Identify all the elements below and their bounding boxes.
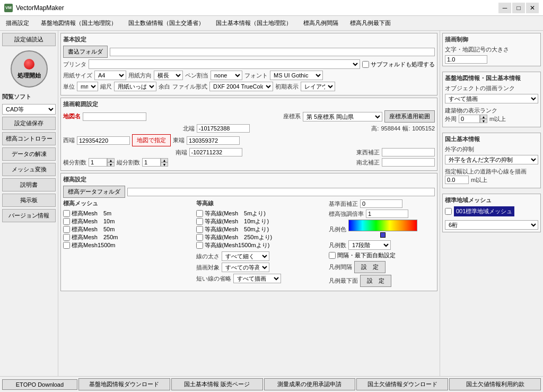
map-designate-button[interactable]: 地図で指定 — [132, 134, 171, 146]
color-slider-handle[interactable] — [380, 232, 386, 238]
close-button[interactable]: ✕ — [526, 3, 539, 13]
data-thaw-button[interactable]: データの解凍 — [2, 147, 56, 161]
settings-load-button[interactable]: 設定値読込 — [2, 33, 56, 46]
write-folder-button[interactable]: 書込フォルダ — [63, 46, 108, 58]
menu-national-numeric[interactable]: 国土数値情報（国土交通省） — [122, 16, 210, 30]
data-folder-button[interactable]: 標高データフォルダ — [63, 186, 125, 198]
coord-system-select[interactable]: 第 5座標系 岡山県 — [303, 112, 382, 121]
legend-steps-select[interactable]: 17段階 — [348, 240, 391, 250]
draw-rank-select[interactable]: すべて描画 — [445, 94, 538, 103]
browser-select[interactable]: CAD等 Google Earth — [2, 104, 56, 115]
subfolder-check-label[interactable]: サブフォルドも処理する — [362, 60, 435, 68]
v-div-input[interactable] — [142, 158, 161, 167]
foreign-char-select[interactable]: 外字を含んだ文字の抑制 — [445, 155, 538, 164]
outer-up-button[interactable]: ▲ — [480, 115, 487, 119]
mesh-check-1[interactable] — [63, 218, 70, 225]
main-layout: 設定値読込 処理開始 閲覧ソフト CAD等 Google Earth 設定値保存… — [0, 31, 543, 376]
scale-select[interactable]: 用紙いっぱに — [114, 82, 156, 91]
ns-corr-input[interactable] — [382, 158, 435, 167]
coord-apply-button[interactable]: 座標系適用範囲 — [384, 110, 435, 123]
mesh-label-1: 標高Mesh 10m — [72, 217, 115, 225]
initial-display-select[interactable]: レイアウト — [301, 82, 335, 91]
mesh-value-checkbox[interactable] — [445, 208, 452, 215]
legend-interval-button[interactable]: 設 定 — [354, 261, 386, 273]
elevation-settings-section: 標高設定 標高データフォルダ 標高メッシュ 標高Mesh 5m 標高Mesh 1… — [60, 173, 437, 291]
maximize-button[interactable]: □ — [512, 3, 525, 13]
mesh-label-4: 標高Mesh1500m — [72, 241, 116, 249]
char-size-input[interactable] — [445, 55, 487, 64]
minimize-button[interactable]: ─ — [498, 3, 511, 13]
contour-check-3[interactable] — [196, 234, 203, 241]
settings-save-button[interactable]: 設定値保存 — [2, 117, 56, 130]
version-button[interactable]: バージョン情報 — [2, 209, 56, 222]
contour-check-4[interactable] — [196, 242, 203, 249]
elevation-control-button[interactable]: 標高コントロラー — [2, 132, 56, 145]
base-map-download-button[interactable]: 基盤地図情報ダウンロード — [78, 378, 170, 390]
line-width-select[interactable]: すべて細く — [222, 251, 269, 261]
mesh-check-3[interactable] — [63, 234, 70, 241]
legend-color-label: 凡例色 — [329, 225, 346, 233]
printer-label: プリンタ — [63, 60, 86, 68]
mesh-label-0: 標高Mesh 5m — [72, 210, 111, 217]
south-row: 南端 東西補正 — [63, 148, 435, 156]
drawing-control-title: 描画制御 — [445, 36, 538, 43]
ew-corr-input[interactable] — [382, 148, 435, 156]
digit-select[interactable]: 6桁 4桁 8桁 — [445, 220, 538, 230]
mesh-check-2[interactable] — [63, 226, 70, 233]
font-select[interactable]: MS UI Gothic — [270, 71, 323, 80]
national-deficiency-button[interactable]: 国土欠値情報ダウンロード — [356, 378, 448, 390]
pen-share-label: ペン割当 — [185, 72, 208, 80]
short-line-select[interactable]: すべて描画 — [233, 274, 281, 283]
data-folder-input[interactable] — [127, 188, 435, 196]
paper-size-select[interactable]: A4 — [94, 71, 126, 80]
national-info-sale-button[interactable]: 国土基本情報 販売ページ — [171, 378, 263, 390]
h-div-up-button[interactable]: ▲ — [107, 158, 115, 162]
unit-select[interactable]: mm — [77, 82, 98, 91]
pen-share-select[interactable]: none — [211, 71, 242, 80]
v-div-down-button[interactable]: ▼ — [161, 162, 168, 167]
legend-bottom-button[interactable]: 設 定 — [360, 275, 391, 287]
interval-auto-checkbox[interactable] — [329, 252, 336, 259]
contour-check-1[interactable] — [196, 218, 203, 225]
printer-select[interactable] — [89, 59, 360, 69]
mesh-check-0[interactable] — [63, 210, 70, 217]
manual-button[interactable]: 説明書 — [2, 178, 56, 191]
map-name-input[interactable] — [83, 112, 146, 121]
west-input[interactable] — [77, 136, 130, 145]
h-div-input[interactable] — [89, 158, 107, 167]
road-width-input[interactable] — [445, 176, 469, 184]
v-div-up-button[interactable]: ▲ — [161, 158, 168, 162]
etopo-download-button[interactable]: ETOPO Download — [2, 379, 77, 390]
menu-national-basic[interactable]: 国土基本情報（国土地理院） — [210, 16, 297, 30]
survey-approval-button[interactable]: 測量成果の使用承認申請 — [264, 378, 356, 390]
mesh-check-4[interactable] — [63, 242, 70, 249]
menu-base-map[interactable]: 基盤地図情報（国土地理院） — [35, 16, 122, 30]
file-format-select[interactable]: DXF 2004 TrueColor — [209, 82, 273, 91]
interval-auto-label[interactable]: 間隔・最下面自動設定 — [329, 251, 396, 259]
national-value-terms-button[interactable]: 国土欠値情報利用約款 — [449, 378, 541, 390]
h-div-down-button[interactable]: ▼ — [107, 162, 115, 167]
bulletin-button[interactable]: 掲示板 — [2, 194, 56, 207]
east-input[interactable] — [187, 136, 240, 145]
write-folder-row: 書込フォルダ — [63, 46, 435, 58]
south-input[interactable] — [189, 148, 242, 156]
write-folder-input[interactable] — [110, 48, 435, 56]
subfolder-checkbox[interactable] — [362, 61, 369, 68]
paper-orient-select[interactable]: 横長 — [154, 71, 183, 80]
north-input[interactable] — [197, 124, 250, 133]
line-width-label: 線の太さ — [196, 252, 220, 260]
contour-check-2[interactable] — [196, 226, 203, 233]
menu-draw-settings[interactable]: 描画設定 — [0, 16, 35, 30]
process-start-button[interactable]: 処理開始 — [11, 50, 48, 88]
menu-elevation-bottom[interactable]: 標高凡例最下面 — [344, 16, 397, 30]
outer-down-button[interactable]: ▼ — [480, 119, 487, 123]
legend-bottom-row: 凡例最下面 設 定 — [329, 275, 435, 287]
draw-target-select[interactable]: すべての等高線 — [222, 263, 269, 272]
emphasis-input[interactable] — [366, 210, 408, 218]
mesh-convert-button[interactable]: メッシュ変換 — [2, 163, 56, 176]
outer-input[interactable] — [459, 115, 480, 123]
base-level-input[interactable] — [360, 199, 402, 208]
contour-label-2: 等高線(Mesh 50mより) — [205, 225, 269, 233]
menu-elevation-interval[interactable]: 標高凡例間隔 — [297, 16, 344, 30]
contour-check-0[interactable] — [196, 210, 203, 217]
